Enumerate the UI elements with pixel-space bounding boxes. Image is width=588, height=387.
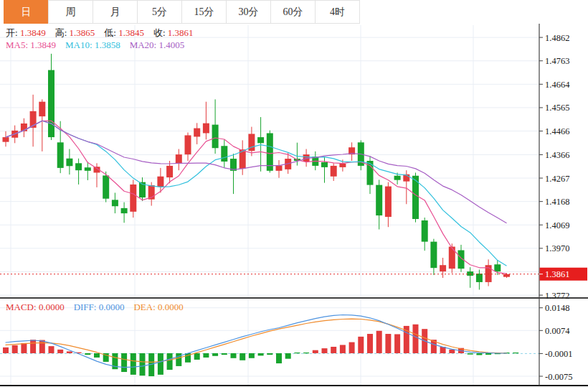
candle-down (103, 175, 109, 198)
candle-up (3, 137, 9, 142)
macd-bar-down (240, 353, 245, 360)
macd-bar-down (94, 353, 100, 358)
macd-bar-down (249, 353, 255, 358)
legend-label: 低: (104, 27, 116, 38)
legend-value: 0.0000 (158, 302, 184, 312)
candle-down (48, 70, 54, 138)
axis-label: 1.4664 (545, 80, 570, 90)
legend-macd-item: DEA: 0.0000 (133, 302, 183, 312)
macd-bar-up (67, 351, 72, 353)
legend-value: 1.3849 (30, 39, 56, 50)
legend-value: 1.4005 (158, 39, 184, 50)
macd-bar-flat (294, 353, 300, 353)
tab-day[interactable]: 日 (4, 0, 49, 24)
axis-label: -0.0075 (545, 372, 573, 382)
macd-bar-down (167, 353, 173, 370)
macd-bar-down (267, 353, 272, 355)
legend-ohlc-item: 高: 1.3865 (55, 27, 95, 38)
macd-bar-up (12, 345, 18, 353)
macd-bar-down (285, 353, 291, 359)
axis-label: 0.0074 (545, 326, 570, 336)
candle-down (494, 264, 501, 271)
legend-ohlc-item: 低: 1.3845 (104, 27, 144, 38)
legend-label: 高: (55, 27, 67, 38)
legend-ohlc-item: 收: 1.3861 (153, 27, 194, 38)
legend-macd-item: MACD: 0.0000 (6, 302, 65, 312)
candle-down (422, 220, 428, 242)
macd-bar-down (258, 353, 264, 355)
last-price-badge-text: 1.3861 (545, 269, 569, 279)
tab-30min[interactable]: 30分 (226, 0, 271, 24)
candle-down (257, 137, 264, 143)
bottom-border (0, 385, 588, 386)
legend-label: 开: (6, 27, 18, 38)
axis-label: 0.0148 (545, 303, 569, 313)
candle-down (267, 133, 273, 170)
candle-up (194, 129, 200, 137)
macd-bar-up (3, 348, 9, 353)
legend-label: MA5: (6, 39, 28, 50)
candle-down (321, 162, 328, 167)
macd-bar-up (376, 331, 382, 353)
price-axis: 1.48621.47631.46641.45651.44661.43661.42… (539, 24, 588, 386)
tab-60min[interactable]: 60分 (270, 0, 316, 24)
candle-up (39, 102, 45, 116)
candle-up (339, 164, 346, 167)
axis-label: 1.4466 (545, 126, 569, 136)
macd-bar-down (140, 353, 146, 376)
chart-canvas[interactable]: 1.48621.47631.46641.45651.44661.43661.42… (0, 0, 588, 387)
chart-background (0, 0, 588, 387)
candle-down (85, 167, 91, 171)
candle-down (376, 185, 382, 215)
macd-bar-down (222, 353, 227, 355)
legend-ohlc-item: 开: 1.3849 (6, 27, 46, 38)
legend-value: 0.0000 (99, 302, 125, 312)
candle-down (394, 176, 401, 180)
legend-value: 1.3865 (70, 27, 95, 38)
legend-value: 1.3849 (20, 27, 46, 38)
axis-label: 1.4168 (545, 197, 569, 207)
macd-bar-up (394, 334, 400, 353)
candle-down (112, 200, 118, 206)
macd-bar-up (449, 350, 455, 353)
macd-bar-up (21, 343, 27, 353)
axis-label: 1.4366 (545, 150, 569, 160)
legend-macd-item: DIFF: 0.0000 (74, 302, 125, 312)
candle-up (166, 166, 173, 177)
macd-bar-up (358, 337, 364, 353)
macd-legend: MACD: 0.0000DIFF: 0.0000DEA: 0.0000 (6, 302, 193, 313)
candle-up (331, 166, 337, 177)
axis-label: 1.4565 (545, 103, 569, 113)
macd-bar-up (39, 340, 45, 353)
macd-bar-flat (303, 353, 309, 353)
candle-up (503, 274, 510, 277)
tab-15min[interactable]: 15分 (181, 0, 227, 24)
legend-label: DIFF: (74, 302, 97, 312)
candle-up (157, 177, 163, 187)
axis-label: 1.4069 (545, 220, 569, 230)
macd-bar-up (322, 348, 328, 353)
macd-bar-up (331, 347, 336, 353)
macd-bar-down (203, 353, 209, 358)
macd-bar-up (313, 350, 318, 353)
candle-up (185, 135, 191, 154)
macd-bar-up (57, 350, 63, 353)
candle-down (57, 142, 64, 168)
tab-week[interactable]: 周 (48, 0, 93, 24)
ma-legend: MA5: 1.3849MA10: 1.3858MA20: 1.4005 (6, 39, 194, 51)
macd-bar-up (367, 334, 373, 353)
legend-label: DEA: (133, 302, 155, 312)
timeframe-tabbar: 日周月5分15分30分60分4时 (0, 0, 588, 24)
candle-down (66, 159, 72, 167)
candle-up (203, 123, 209, 134)
ohlc-legend: 开: 1.3849高: 1.3865低: 1.3845收: 1.3861 (6, 27, 203, 39)
tab-month[interactable]: 月 (93, 0, 138, 24)
candle-up (176, 154, 182, 164)
macd-bar-down (468, 353, 473, 355)
macd-bar-down (194, 353, 200, 360)
tab-5min[interactable]: 5分 (137, 0, 182, 24)
macd-bar-up (349, 342, 355, 353)
candle-down (467, 271, 473, 276)
tab-4hour[interactable]: 4时 (315, 0, 360, 24)
axis-label: 1.4267 (545, 174, 569, 184)
